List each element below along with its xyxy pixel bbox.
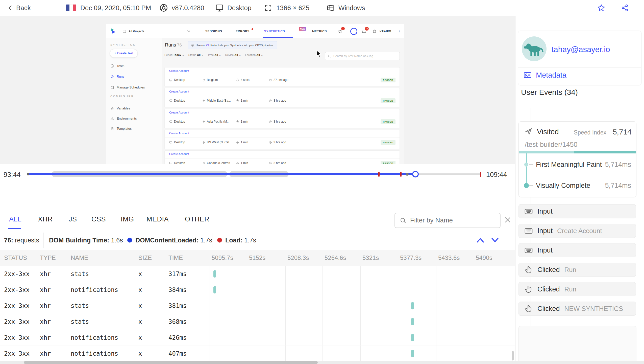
event-card-input[interactable]: Input (518, 204, 636, 218)
speed-index-value: 5,714 (613, 128, 632, 136)
nav-errors: ERRORS (236, 30, 250, 33)
request-row[interactable]: 2xx-3xxxhrnotificationsx407ms (0, 346, 515, 362)
filter-box (394, 213, 501, 228)
time-col: 5095.7s (212, 254, 233, 261)
tab-css[interactable]: CSS (91, 215, 106, 223)
stopwatch-icon (236, 99, 239, 102)
time-col: 5321s (362, 254, 379, 261)
horizontal-scrollbar-thumb[interactable] (24, 361, 318, 364)
keyboard-icon (524, 207, 533, 216)
stopwatch-icon (110, 75, 114, 78)
vertical-scrollbar-thumb[interactable] (512, 351, 514, 360)
time-col: 5152s (249, 254, 265, 261)
timeline-progress (28, 173, 415, 175)
clock-icon (269, 120, 272, 123)
announcement-badge: 1 (341, 27, 345, 30)
playhead[interactable] (412, 171, 419, 177)
gear-icon (372, 29, 377, 34)
runs-count: 76 (177, 43, 182, 48)
monitor-icon (169, 141, 172, 144)
close-icon[interactable] (504, 216, 511, 224)
session-replay-screen: Back Dec 09, 2020, 05:10 PM v87.0.4280 D… (0, 0, 644, 364)
error-marker (480, 172, 481, 177)
share-icon[interactable] (621, 4, 629, 12)
clock-icon (269, 141, 272, 144)
tab-media[interactable]: MEDIA (146, 215, 169, 223)
keyboard-icon (524, 246, 533, 255)
request-row[interactable]: 2xx-3xxxhrstatsx368ms (0, 314, 515, 330)
dom-content-loaded: DOMContentLoaded: 1.7s (135, 237, 212, 244)
metadata-button[interactable]: Metadata (523, 71, 566, 79)
replay-canvas[interactable]: All Projects SESSIONS ERRORS SYNTHETICS … (0, 16, 515, 164)
session-date: Dec 09, 2020, 05:10 PM (80, 4, 151, 12)
tab-js[interactable]: JS (69, 215, 77, 223)
kebab-menu-icon: ⋮ (397, 29, 401, 34)
page-title: Runs (165, 42, 176, 48)
top-bar: Back Dec 09, 2020, 05:10 PM v87.0.4280 D… (0, 0, 644, 16)
load-time: Load: 1.7s (225, 237, 256, 244)
request-row[interactable]: 2xx-3xxxhrstatsx317ms (0, 266, 515, 282)
app-logo-icon (110, 28, 117, 35)
user-email-link[interactable]: tahay@asayer.io (552, 45, 610, 54)
timeline-track[interactable] (28, 170, 482, 178)
request-row[interactable]: 2xx-3xxxhrnotificationsx426ms (0, 330, 515, 346)
tab-xhr[interactable]: XHR (38, 215, 53, 223)
viewport-size-icon (264, 4, 272, 12)
dcl-dot (127, 238, 132, 243)
event-card-input[interactable]: Input (518, 243, 636, 257)
tab-all-active[interactable]: ALL (9, 215, 22, 223)
event-card-click[interactable]: Clicked Run (518, 263, 636, 277)
run-card: Create Account Desktop Middle East (Ba..… (164, 88, 400, 107)
fmp-dot (524, 163, 528, 167)
hand-pointer-icon (524, 285, 533, 293)
request-row[interactable]: 2xx-3xxxhrstatsx381ms (0, 298, 515, 314)
back-button[interactable] (7, 5, 14, 11)
jump-next-icon[interactable] (490, 237, 500, 243)
timeline-start-dot (27, 173, 29, 175)
event-card-click[interactable]: Clicked NEW SYNTHETICS (518, 302, 636, 316)
monitor-icon (215, 4, 224, 12)
favorite-star-icon[interactable] (597, 4, 606, 12)
jump-previous-icon[interactable] (476, 237, 485, 243)
errors-dot (252, 28, 253, 30)
load-dot (217, 238, 222, 243)
status-badge: PASSED (381, 78, 395, 82)
waterfall-bar (411, 318, 414, 325)
horizontal-scrollbar (0, 361, 644, 364)
network-table: STATUS TYPE NAME SIZE TIME 5095.7s 5152s… (0, 250, 515, 361)
visited-url: /test-builder/1450 (525, 141, 578, 149)
visited-event-card[interactable]: Visited Speed Index 5,714 /test-builder/… (518, 121, 636, 197)
sidebar-item-environments: Environments (110, 117, 137, 120)
event-card-input[interactable]: Input Create Account (518, 224, 636, 238)
app-search-box: Search by Test Name or #Tag (325, 52, 400, 60)
tab-img[interactable]: IMG (121, 215, 134, 223)
sitemap-icon (110, 117, 114, 120)
stopwatch-icon (236, 78, 239, 82)
cli-link: CLI (206, 44, 211, 47)
monitor-icon (169, 120, 172, 123)
bell-badge: 13 (365, 27, 369, 31)
col-name: NAME (71, 254, 88, 261)
avatar (522, 36, 547, 61)
replayed-app: All Projects SESSIONS ERRORS SYNTHETICS … (106, 24, 404, 164)
run-card: Create Account Desktop US West (N. Cal..… (164, 130, 400, 149)
create-test-button: + Create Test (110, 49, 138, 58)
vc-dot (524, 183, 529, 188)
request-row[interactable]: 2xx-3xxxhrnotificationsx384ms (0, 282, 515, 298)
divider (122, 233, 122, 248)
hand-pointer-icon (524, 265, 533, 274)
event-card-click[interactable]: Clicked Run (518, 282, 636, 296)
requests-count: 76: requests (4, 237, 39, 244)
time-col: 5264.6s (325, 254, 346, 261)
device-type: Desktop (227, 4, 251, 12)
tab-other[interactable]: OTHER (185, 215, 209, 223)
back-label[interactable]: Back (16, 4, 31, 12)
filter-input[interactable] (410, 214, 497, 226)
waterfall-bar (411, 334, 414, 341)
app-search-placeholder: Search by Test Name or #Tag (333, 54, 373, 58)
nav-sessions: SESSIONS (205, 30, 222, 33)
replayed-app-body: SYNTHETICS + Create Test Tests Runs Mana… (106, 38, 404, 164)
user-name: KRAIEM (380, 30, 391, 33)
cli-banner: Use our CLI to include your Synthetics i… (188, 41, 277, 49)
sidebar-item-runs-active: Runs (110, 75, 124, 78)
